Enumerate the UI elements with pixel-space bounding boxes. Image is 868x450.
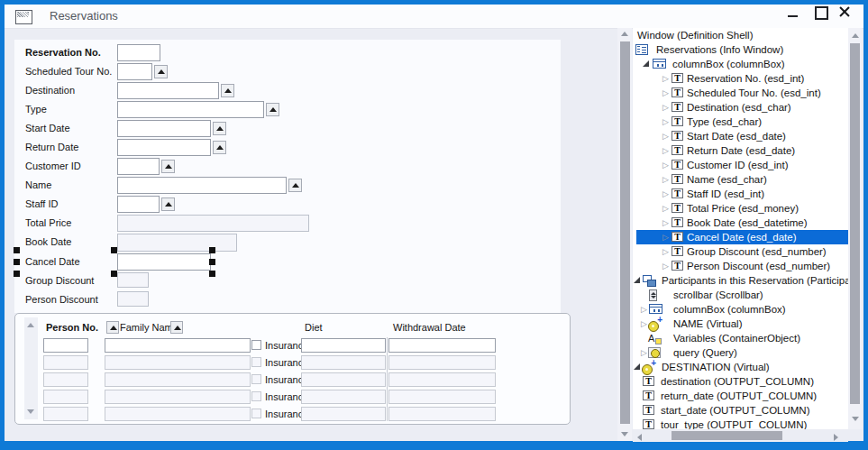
tree-node-columnbox-columnbox[interactable]: columnBox (columnBox) <box>633 57 848 71</box>
name-dropdown-button[interactable] <box>288 179 302 192</box>
tree-node-scrollbar-scrollbar[interactable]: scrollbar (Scrollbar) <box>633 288 848 302</box>
tree-node-cancel-date-esd-date[interactable]: ▷TCancel Date (esd_date) <box>633 230 848 244</box>
collapsed-arrow-icon[interactable]: ▷ <box>641 346 647 359</box>
name-input[interactable] <box>117 177 287 194</box>
tree-node-start-date-output-column[interactable]: Tstart_date (OUTPUT_COLUMN) <box>633 403 848 418</box>
collapsed-arrow-icon[interactable]: ▷ <box>641 303 647 316</box>
collapsed-arrow-icon[interactable]: ▷ <box>662 231 669 243</box>
tree-node-staff-id-esd-int[interactable]: ▷TStaff ID (esd_int) <box>633 187 848 201</box>
family-name-cell[interactable] <box>105 372 251 387</box>
tree-node-start-date-esd-date[interactable]: ▷TStart Date (esd_date) <box>633 129 848 143</box>
tree-node-variables-containerobject[interactable]: AVariables (ContainerObject) <box>633 331 848 345</box>
tree-node-book-date-esd-datetime[interactable]: ▷TBook Date (esd_datetime) <box>633 216 848 230</box>
maximize-icon[interactable] <box>815 6 828 20</box>
diet-cell[interactable] <box>301 372 386 387</box>
collapsed-arrow-icon[interactable]: ▷ <box>662 101 669 114</box>
tree-vscroll-thumb[interactable] <box>850 43 860 404</box>
scheduled-tour-no-input[interactable] <box>117 63 152 80</box>
tree-node-scheduled-tour-no-esd-int[interactable]: ▷TScheduled Tour No. (esd_int) <box>633 86 848 100</box>
selection-handle[interactable] <box>14 259 20 265</box>
person-discount-input[interactable] <box>117 291 149 307</box>
insurance-checkbox[interactable] <box>251 374 261 384</box>
tree-node-window-definition-shell[interactable]: Window (Definition Shell) <box>633 28 848 42</box>
collapsed-arrow-icon[interactable]: ▷ <box>662 173 669 186</box>
tree-hscroll-thumb[interactable] <box>672 431 782 440</box>
form-scroll-down-icon[interactable] <box>621 432 628 436</box>
scheduled-tour-no-dropdown-button[interactable] <box>154 65 168 78</box>
customer-id-dropdown-button[interactable] <box>161 160 175 173</box>
collapsed-arrow-icon[interactable]: ▷ <box>662 216 669 229</box>
insurance-checkbox[interactable] <box>251 340 261 350</box>
tree-node-destination-output-column[interactable]: Tdestination (OUTPUT_COLUMN) <box>633 374 848 389</box>
person-no-cell[interactable] <box>43 338 88 353</box>
tree-node-name-virtual[interactable]: ▷+NAME (Virtual) <box>633 317 848 331</box>
person-no-cell[interactable] <box>43 355 88 370</box>
grid-scroll-strip[interactable] <box>24 317 38 419</box>
expanded-arrow-icon[interactable] <box>634 277 640 283</box>
tree-node-group-discount-esd-number[interactable]: ▷TGroup Discount (esd_number) <box>633 244 848 259</box>
person-no-cell[interactable] <box>43 390 88 404</box>
return-date-dropdown-button[interactable] <box>213 141 226 154</box>
minimize-icon[interactable] <box>788 15 798 17</box>
tree-node-destination-esd-char[interactable]: ▷TDestination (esd_char) <box>633 100 848 115</box>
withdrawal-date-cell[interactable] <box>388 338 496 353</box>
tree-node-participants-in-this-reservation-participar[interactable]: Participants in this Reservation (Partic… <box>633 273 848 288</box>
tree-node-tour-type-output-column[interactable]: Ttour_type (OUTPUT_COLUMN) <box>633 418 848 429</box>
person-no-cell[interactable] <box>43 407 88 421</box>
family-name-cell[interactable] <box>105 338 251 353</box>
expanded-arrow-icon[interactable] <box>634 363 640 370</box>
tree-node-name-esd-char[interactable]: ▷TName (esd_char) <box>633 172 848 187</box>
tree-scroll-down-icon[interactable] <box>852 417 859 421</box>
selection-handle[interactable] <box>14 271 20 277</box>
family-name-cell[interactable] <box>105 355 251 370</box>
tree-scroll-left-icon[interactable] <box>637 434 642 441</box>
diet-cell[interactable] <box>301 390 386 404</box>
type-input[interactable] <box>117 101 264 118</box>
grid-scroll-up-icon[interactable] <box>27 323 34 327</box>
family-name-cell[interactable] <box>105 390 251 404</box>
return-date-input[interactable] <box>117 139 211 156</box>
withdrawal-date-cell[interactable] <box>388 390 496 404</box>
insurance-checkbox[interactable] <box>251 409 261 418</box>
collapsed-arrow-icon[interactable]: ▷ <box>662 245 669 258</box>
form-vscroll-thumb[interactable] <box>620 41 630 424</box>
tree-node-query-query[interactable]: ▷query (Query) <box>633 345 848 360</box>
tree-node-customer-id-esd-int[interactable]: ▷TCustomer ID (esd_int) <box>633 158 848 172</box>
collapsed-arrow-icon[interactable]: ▷ <box>662 144 669 157</box>
insurance-checkbox[interactable] <box>251 357 261 367</box>
tree-scroll-up-icon[interactable] <box>852 33 859 38</box>
staff-id-input[interactable] <box>117 196 160 213</box>
withdrawal-date-cell[interactable] <box>388 407 496 421</box>
collapsed-arrow-icon[interactable]: ▷ <box>662 188 669 200</box>
customer-id-input[interactable] <box>117 158 160 175</box>
tree-node-person-discount-esd-number[interactable]: ▷TPerson Discount (esd_number) <box>633 259 848 273</box>
collapsed-arrow-icon[interactable]: ▷ <box>662 72 669 85</box>
collapsed-arrow-icon[interactable]: ▷ <box>662 159 669 171</box>
family-name-cell[interactable] <box>105 407 251 421</box>
start-date-input[interactable] <box>117 120 211 137</box>
selection-handle[interactable] <box>209 271 215 277</box>
start-date-dropdown-button[interactable] <box>213 122 226 135</box>
tree-node-reservation-no-esd-int[interactable]: ▷TReservation No. (esd_int) <box>633 71 848 86</box>
collapsed-arrow-icon[interactable]: ▷ <box>662 260 669 272</box>
collapsed-arrow-icon[interactable]: ▷ <box>662 130 669 142</box>
cancel-date-input[interactable] <box>117 253 211 271</box>
tree-node-return-date-output-column[interactable]: Treturn_date (OUTPUT_COLUMN) <box>633 389 848 403</box>
tree-node-reservations-info-window[interactable]: Reservations (Info Window) <box>633 42 848 57</box>
selection-handle[interactable] <box>209 247 215 253</box>
sort-button-person-no[interactable] <box>106 321 119 334</box>
tree-node-type-esd-char[interactable]: ▷TType (esd_char) <box>633 115 848 129</box>
selection-handle[interactable] <box>111 271 117 277</box>
withdrawal-date-cell[interactable] <box>388 355 496 370</box>
tree-node-destination-virtual[interactable]: +DESTINATION (Virtual) <box>633 360 848 374</box>
destination-input[interactable] <box>117 82 219 99</box>
grid-scroll-down-icon[interactable] <box>27 409 34 414</box>
tree-node-total-price-esd-money[interactable]: ▷TTotal Price (esd_money) <box>633 201 848 216</box>
selection-handle[interactable] <box>209 259 215 265</box>
collapsed-arrow-icon[interactable]: ▷ <box>662 202 669 215</box>
book-date-input[interactable] <box>117 234 237 252</box>
collapsed-arrow-icon[interactable]: ▷ <box>662 115 669 128</box>
type-dropdown-button[interactable] <box>266 103 279 116</box>
insurance-checkbox[interactable] <box>251 391 261 401</box>
tree-node-columnbox-columnbox[interactable]: ▷columnBox (columnBox) <box>633 302 848 317</box>
